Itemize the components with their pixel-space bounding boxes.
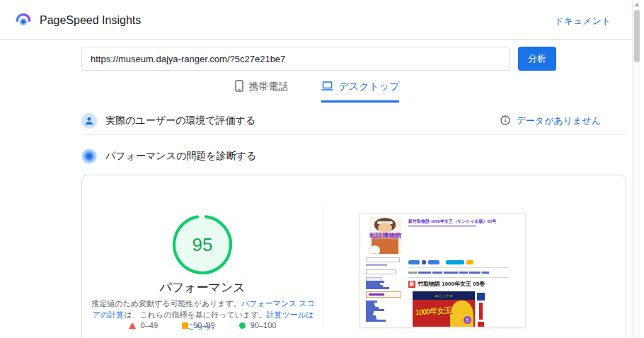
no-data-label: データがありません: [517, 115, 601, 127]
diagnose-section: パフォーマンスの問題を診断する: [81, 146, 626, 167]
cover-title-text: 1000年女王: [415, 305, 452, 317]
fail-triangle-icon: [129, 322, 136, 329]
phone-icon: [235, 80, 243, 94]
url-input[interactable]: [81, 47, 510, 71]
app-header: PageSpeed Insights ドキュメント: [0, 0, 632, 40]
thumb-category-box: [366, 291, 401, 298]
vertical-scrollbar[interactable]: [632, 0, 640, 338]
real-users-icon: [81, 113, 97, 129]
cover-spine: [475, 291, 486, 327]
section-divider: [81, 134, 626, 135]
note-text: 推定値のため変動する可能性があります。: [91, 299, 241, 308]
site-banner-image: 私設博物館: [369, 217, 402, 254]
spine-bottom-bar: [478, 322, 484, 327]
spine-title-bar: [479, 303, 483, 320]
home-link[interactable]: PageSpeed Insights: [14, 10, 141, 31]
field-section-title: 実際のユーザーの環境で評価する: [105, 115, 255, 127]
post-subtitle-bar: [408, 225, 476, 227]
spine-publisher-box: [477, 293, 485, 301]
cover-character-art: [450, 301, 473, 327]
thumb-tag-links: [408, 272, 489, 274]
app-title: PageSpeed Insights: [40, 14, 141, 27]
lab-section-title: パフォーマンスの問題を診断する: [105, 150, 256, 163]
legend-average: 50–89: [182, 321, 215, 330]
performance-label: パフォーマンス: [82, 279, 323, 296]
manga-cover-image: コミックス 1000年女王 5: [413, 291, 486, 327]
article-heading-text: 竹取物語 1000年女王 05巻: [418, 280, 485, 288]
lighthouse-icon: [81, 148, 97, 164]
thumb-divider: [408, 267, 509, 268]
legend-pass: 90–100: [239, 321, 277, 330]
pagespeed-insights-page: PageSpeed Insights ドキュメント 分析 携帯電話: [0, 0, 644, 338]
scroll-up-arrow-icon[interactable]: [635, 3, 639, 6]
scrollbar-thumb[interactable]: [634, 10, 640, 62]
thumb-search-box: [366, 269, 396, 274]
pagespeed-logo-icon: [14, 10, 33, 31]
site-name-text: 私設博物館: [369, 231, 402, 240]
docs-link[interactable]: ドキュメント: [554, 15, 611, 28]
url-bar: 分析: [81, 47, 626, 71]
thumb-share-buttons: [408, 260, 473, 264]
cover-volume-badge: 5: [464, 316, 471, 324]
cover-series-band: コミックス: [413, 291, 475, 300]
no-data-link[interactable]: データがありません: [500, 115, 601, 127]
legend-fail: 0–49: [129, 321, 158, 330]
score-legend: 0–49 50–89 90–100: [82, 321, 323, 330]
laptop-icon: [321, 81, 333, 93]
page-screenshot-preview: 私設博物館 新竹取物語 1000年女王（サンケイ出版）65号: [360, 213, 526, 327]
field-data-section: 実際のユーザーの環境で評価する データがありません: [81, 110, 626, 132]
performance-report-card: 95 パフォーマンス 推定値のため変動する可能性があります。パフォーマンス スコ…: [81, 175, 626, 338]
thumb-text-bar: [366, 264, 387, 266]
performance-score-value: 95: [192, 234, 213, 255]
thumb-sidebar: [366, 257, 404, 322]
tab-desktop-label: デスクトップ: [339, 81, 400, 93]
performance-score-gauge: 95: [170, 212, 235, 277]
cat-figure: [369, 245, 380, 254]
legend-pass-label: 90–100: [251, 321, 277, 330]
device-tabs: 携帯電話 デスクトップ: [45, 80, 590, 103]
tab-desktop[interactable]: デスクトップ: [321, 80, 400, 103]
legend-fail-label: 0–49: [141, 321, 158, 330]
pass-circle-icon: [239, 322, 246, 329]
note-text-2: は、これらの指標を基に行っています。: [124, 310, 266, 319]
thumb-article-heading: 新 竹取物語 1000年女王 05巻: [408, 280, 485, 288]
thumb-divider: [408, 277, 509, 278]
thumb-dropdown: [366, 257, 400, 262]
average-square-icon: [182, 322, 188, 329]
tab-mobile-label: 携帯電話: [249, 81, 289, 93]
new-badge: 新: [408, 281, 415, 288]
post-title-text: 新竹取物語 1000年女王（サンケイ出版）65号: [408, 218, 514, 225]
analyze-button[interactable]: 分析: [518, 47, 556, 71]
tab-mobile[interactable]: 携帯電話: [235, 80, 289, 103]
card-vertical-divider: [323, 205, 323, 327]
legend-average-label: 50–89: [193, 321, 215, 330]
info-icon[interactable]: [500, 115, 510, 127]
